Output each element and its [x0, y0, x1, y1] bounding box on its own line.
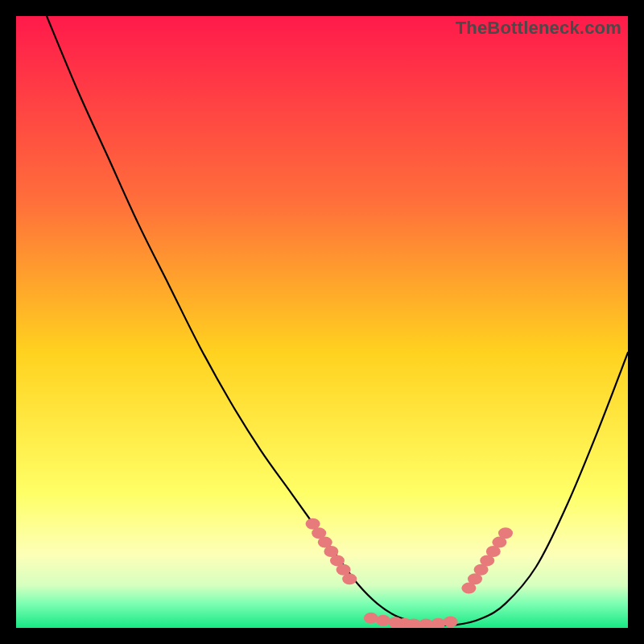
highlight-dot [498, 527, 513, 539]
highlight-dot [444, 616, 458, 627]
highlight-dot [364, 613, 378, 624]
chart-frame: TheBottleneck.com [16, 16, 628, 628]
highlight-dot [342, 573, 357, 584]
watermark-text: TheBottleneck.com [456, 18, 621, 39]
highlight-dot [376, 615, 390, 626]
bottleneck-chart [16, 16, 628, 628]
